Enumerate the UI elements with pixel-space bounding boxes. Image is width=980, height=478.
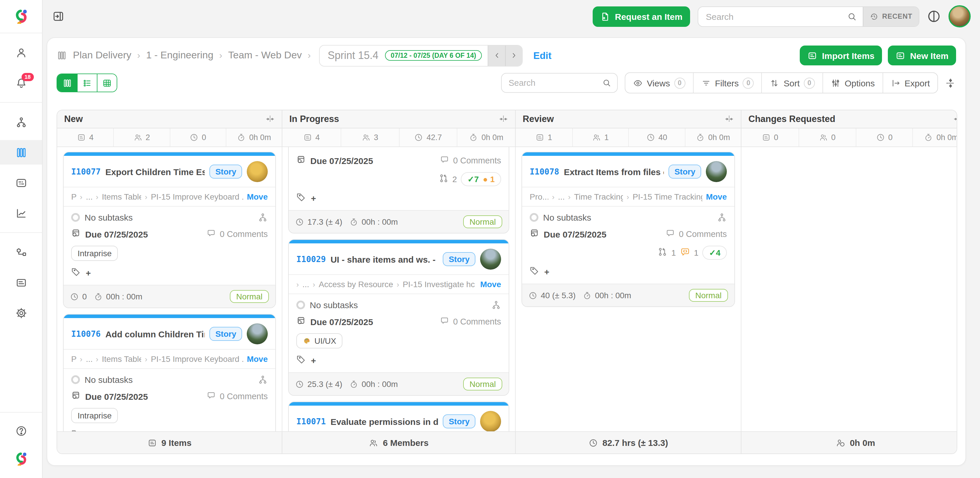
card-id[interactable]: I10071 (296, 417, 326, 426)
path-segment[interactable]: PI-15 Time Tracking (633, 192, 702, 201)
global-search-input[interactable] (698, 7, 847, 26)
subtasks-tree-button[interactable] (258, 375, 268, 385)
import-items-button[interactable]: Import Items (800, 46, 882, 65)
card-i10076[interactable]: I10076 Add column Children Time Es... St… (63, 314, 276, 431)
edit-sprint-link[interactable]: Edit (533, 50, 551, 61)
request-item-button[interactable]: Request an Item (593, 6, 690, 27)
path-segment[interactable]: Items Table (102, 354, 141, 363)
next-sprint-button[interactable] (505, 45, 522, 66)
sidebar-item-workflows[interactable] (0, 240, 42, 264)
path-segment[interactable]: ... (302, 280, 309, 289)
column-header-review[interactable]: Review (515, 110, 741, 128)
path-segment[interactable]: Pro... (530, 192, 548, 201)
sprint-name[interactable]: Sprint 15.4 (320, 45, 385, 66)
expand-sidebar-button[interactable] (52, 10, 65, 23)
due-date[interactable]: Due 07/25/2025 (310, 317, 373, 327)
assignee-avatar[interactable] (247, 161, 268, 182)
type-badge[interactable]: Story (443, 252, 476, 266)
sort-button[interactable]: Sort 0 (762, 73, 822, 93)
theme-toggle[interactable] (927, 10, 941, 23)
assignee-avatar[interactable] (706, 161, 727, 182)
branch-count[interactable]: 1 (671, 248, 676, 257)
card-i10078[interactable]: I10078 Extract Items from files or pl...… (522, 152, 735, 307)
export-button[interactable]: Export (882, 73, 937, 93)
sidebar-item-hierarchy[interactable] (0, 110, 42, 134)
subtasks-tree-button[interactable] (717, 212, 727, 222)
card-i10071[interactable]: I10071 Evaluate permissions in devs... S… (288, 402, 509, 431)
comments-count[interactable]: 0 Comments (453, 317, 501, 326)
priority-badge[interactable]: Normal (463, 378, 502, 390)
comments-count[interactable]: 0 Comments (453, 156, 501, 165)
assignee-avatar[interactable] (480, 249, 501, 270)
path-segment[interactable]: ... (558, 192, 565, 201)
card-i10077[interactable]: I10077 Export Children Time Estimat... S… (63, 152, 276, 308)
move-link[interactable]: Move (706, 192, 727, 201)
card-id[interactable]: I10029 (296, 255, 326, 264)
path-segment[interactable]: PI-15 Improve Keyboard ... (151, 192, 243, 201)
sidebar-item-profile[interactable] (0, 40, 42, 65)
path-segment[interactable]: ... (86, 354, 92, 363)
subtasks-tree-button[interactable] (258, 212, 268, 222)
filters-button[interactable]: Filters 0 (693, 73, 762, 93)
breadcrumb-org[interactable]: 1 - Engineering (146, 49, 213, 61)
collapse-column-icon[interactable] (724, 115, 734, 124)
card-i10029[interactable]: I10029 UI - share items and ws. - sta...… (288, 239, 509, 396)
sidebar-brand-logo[interactable] (0, 446, 42, 471)
breadcrumb-team[interactable]: Team - Web Dev (228, 49, 302, 61)
checks-badge[interactable]: ✓4 (703, 246, 727, 260)
branch-count[interactable]: 2 (452, 175, 457, 184)
card-title[interactable]: UI - share items and ws. - sta... (331, 254, 438, 264)
view-toggle-kanban[interactable] (57, 74, 77, 92)
due-date[interactable]: Due 07/25/2025 (85, 229, 148, 239)
path-segment[interactable]: Items Table (102, 192, 141, 201)
sidebar-item-forms[interactable] (0, 270, 42, 295)
comments-count[interactable]: 0 Comments (220, 392, 268, 401)
code-comment-count[interactable]: 1 (694, 248, 698, 257)
sidebar-item-board[interactable] (0, 140, 42, 164)
card-title[interactable]: Add column Children Time Es... (105, 329, 205, 339)
move-link[interactable]: Move (480, 280, 501, 289)
collapse-column-icon[interactable] (499, 115, 508, 124)
options-button[interactable]: Options (822, 73, 882, 93)
previous-sprint-button[interactable] (488, 45, 505, 66)
add-tag-button[interactable]: + (311, 355, 316, 365)
view-toggle-table[interactable] (97, 74, 117, 92)
collapse-column-icon[interactable] (953, 115, 957, 124)
assignee-avatar[interactable] (480, 411, 501, 431)
move-link[interactable]: Move (247, 354, 268, 363)
comments-count[interactable]: 0 Comments (220, 229, 268, 239)
type-badge[interactable]: Story (668, 164, 701, 178)
path-segment[interactable]: PI-15 Improve Keyboard ... (151, 354, 243, 363)
sidebar-item-reports[interactable] (0, 201, 42, 225)
sidebar-item-settings[interactable] (0, 301, 42, 325)
card-partial-top[interactable]: Due 07/25/2025 0 Comments 2 (288, 147, 509, 233)
column-header-changes-requested[interactable]: Changes Requested (741, 110, 957, 128)
sidebar-item-help[interactable] (0, 419, 42, 443)
due-date[interactable]: Due 07/25/2025 (310, 156, 373, 166)
add-tag-button[interactable]: + (86, 268, 91, 278)
due-date[interactable]: Due 07/25/2025 (544, 229, 606, 239)
board-search-input[interactable] (509, 78, 602, 88)
card-title[interactable]: Export Children Time Estimat... (105, 167, 205, 177)
app-logo[interactable] (0, 0, 42, 33)
tag-pill[interactable]: UI/UX (296, 333, 343, 349)
path-segment[interactable]: Access by Resource (319, 280, 393, 289)
sidebar-item-sprints[interactable] (0, 170, 42, 195)
new-item-button[interactable]: New Item (888, 46, 956, 65)
checks-badge[interactable]: ✓7 ● 1 (461, 172, 501, 186)
view-toggle-list[interactable] (77, 74, 97, 92)
tag-pill[interactable]: Intraprise (71, 246, 118, 261)
move-link[interactable]: Move (247, 192, 268, 201)
card-title[interactable]: Evaluate permissions in devs... (331, 416, 438, 426)
path-segment[interactable]: PI-15 Investigate hc (403, 280, 475, 289)
add-tag-button[interactable]: + (544, 267, 549, 277)
path-segment[interactable]: ... (86, 192, 92, 201)
due-date[interactable]: Due 07/25/2025 (85, 391, 148, 401)
column-header-in-progress[interactable]: In Progress (282, 110, 515, 128)
assignee-avatar[interactable] (247, 323, 268, 344)
views-button[interactable]: Views 0 (625, 73, 693, 93)
collapse-rows-button[interactable] (945, 77, 956, 88)
comments-count[interactable]: 0 Comments (679, 229, 727, 239)
type-badge[interactable]: Story (209, 164, 242, 178)
type-badge[interactable]: Story (209, 327, 242, 341)
